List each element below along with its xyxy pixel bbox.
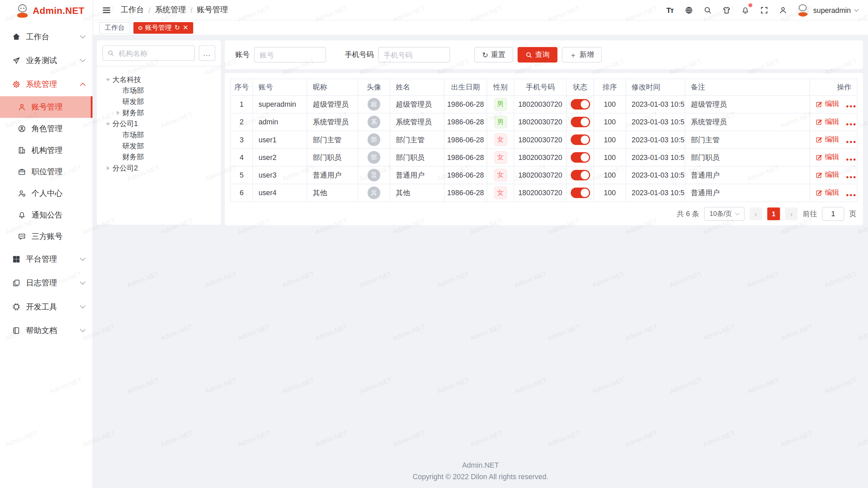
sidebar-item-平台管理[interactable]: 平台管理 <box>0 247 93 271</box>
sidebar-item-账号管理[interactable]: 账号管理 <box>0 96 93 118</box>
edit-button[interactable]: 编辑 <box>815 152 839 162</box>
position-icon <box>17 167 26 176</box>
topbar-actions: Tтsuperadmin <box>665 4 858 17</box>
column-header-排序: 排序 <box>594 79 626 96</box>
table-row: 3user1部门主管部部门主管1986-06-28女18020030720100… <box>231 131 857 148</box>
status-toggle[interactable] <box>570 117 590 127</box>
caret-expanded-icon[interactable] <box>106 123 110 125</box>
tree-node-市场部[interactable]: 市场部 <box>103 85 217 96</box>
user-menu[interactable]: superadmin <box>796 4 858 17</box>
gender-badge: 女 <box>494 151 507 164</box>
row-more-button[interactable]: ●●● <box>846 103 857 109</box>
table-row: 1superadmin超级管理员超超级管理员1986-06-28男1802003… <box>231 96 857 113</box>
page-unit-label: 页 <box>849 209 856 219</box>
edit-button[interactable]: 编辑 <box>815 117 839 127</box>
query-button[interactable]: 查询 <box>517 47 557 63</box>
sidebar-item-系统管理[interactable]: 系统管理 <box>0 73 93 96</box>
app-root: Admin.NET 工作台业务测试系统管理账号管理角色管理机构管理职位管理个人中… <box>0 0 868 488</box>
reset-button[interactable]: ↻ 重置 <box>474 47 513 63</box>
tab-refresh-icon[interactable]: ↻ <box>174 24 180 31</box>
tab-工作台[interactable]: 工作台 <box>99 22 130 33</box>
caret-collapsed-icon[interactable] <box>117 111 119 115</box>
footer: Admin.NET Copyright © 2022 Dilon All rig… <box>93 460 868 488</box>
chat-icon <box>17 232 26 241</box>
status-toggle[interactable] <box>570 152 590 163</box>
sidebar-item-工作台[interactable]: 工作台 <box>0 25 93 48</box>
sidebar-item-机构管理[interactable]: 机构管理 <box>0 139 93 161</box>
row-more-button[interactable]: ●●● <box>846 174 857 180</box>
add-button[interactable]: ＋ 新增 <box>562 47 602 63</box>
goto-page-input[interactable] <box>822 207 844 221</box>
sidebar-item-三方账号[interactable]: 三方账号 <box>0 226 93 247</box>
edit-button[interactable]: 编辑 <box>815 170 839 180</box>
tree-node-财务部[interactable]: 财务部 <box>103 151 217 163</box>
notification-badge <box>748 3 752 7</box>
collapse-menu-icon[interactable] <box>102 5 111 15</box>
status-toggle[interactable] <box>570 170 590 180</box>
table-row: 2admin系统管理员系系统管理员1986-06-28男180200307201… <box>231 113 857 131</box>
current-page[interactable]: 1 <box>767 207 780 220</box>
edit-button[interactable]: 编辑 <box>815 135 839 144</box>
sidebar-item-个人中心[interactable]: 个人中心 <box>0 183 93 204</box>
edit-button[interactable]: 编辑 <box>815 188 839 198</box>
breadcrumb-separator: / <box>190 5 192 14</box>
row-more-button[interactable]: ●●● <box>846 139 857 144</box>
tree-node-研发部[interactable]: 研发部 <box>103 96 217 107</box>
org-more-button[interactable]: ... <box>199 45 215 61</box>
fullscreen-icon[interactable] <box>759 5 769 15</box>
sidebar-item-通知公告[interactable]: 通知公告 <box>0 204 93 226</box>
theme-icon[interactable] <box>721 5 731 15</box>
sidebar-item-日志管理[interactable]: 日志管理 <box>0 271 93 295</box>
caret-collapsed-icon[interactable] <box>106 166 109 170</box>
tree-node-研发部[interactable]: 研发部 <box>103 141 217 152</box>
gender-badge: 女 <box>494 186 507 199</box>
sidebar-item-帮助文档[interactable]: 帮助文档 <box>0 319 93 342</box>
refresh-icon: ↻ <box>482 51 488 58</box>
logo: Admin.NET <box>0 0 93 22</box>
edit-button[interactable]: 编辑 <box>815 99 839 109</box>
font-size-icon[interactable]: Tт <box>665 5 675 15</box>
sidebar-item-职位管理[interactable]: 职位管理 <box>0 161 93 183</box>
tab-账号管理[interactable]: 账号管理↻✕ <box>133 22 193 33</box>
sidebar: Admin.NET 工作台业务测试系统管理账号管理角色管理机构管理职位管理个人中… <box>0 0 93 488</box>
tree-node-分公司2[interactable]: 分公司2 <box>103 163 217 174</box>
chevron-down-icon <box>80 327 85 332</box>
row-more-button[interactable]: ●●● <box>846 157 857 162</box>
status-toggle[interactable] <box>570 135 590 145</box>
sidebar-item-角色管理[interactable]: 角色管理 <box>0 118 93 140</box>
breadcrumb-item[interactable]: 系统管理 <box>155 5 186 15</box>
column-header-备注: 备注 <box>685 79 809 96</box>
profile-icon[interactable] <box>778 5 788 15</box>
tree-node-大名科技[interactable]: 大名科技 <box>103 74 217 85</box>
org-search-input[interactable] <box>118 48 190 58</box>
gender-badge: 女 <box>494 133 507 146</box>
chevron-down-icon <box>80 256 85 261</box>
pagination-total: 共 6 条 <box>677 209 699 219</box>
caret-expanded-icon[interactable] <box>106 78 110 81</box>
sidebar-item-开发工具[interactable]: 开发工具 <box>0 295 93 319</box>
language-icon[interactable] <box>684 5 693 15</box>
breadcrumb-item[interactable]: 工作台 <box>121 5 144 15</box>
status-toggle[interactable] <box>570 187 590 198</box>
column-header-头像: 头像 <box>358 79 390 96</box>
tree-node-分公司1[interactable]: 分公司1 <box>103 118 217 129</box>
column-header-状态: 状态 <box>567 79 594 96</box>
search-toolbar: 账号 手机号码 ↻ 重置 <box>225 40 863 69</box>
tree-node-市场部[interactable]: 市场部 <box>103 129 217 141</box>
topbar: 工作台/系统管理/账号管理 Tтsuperadmin <box>93 0 868 20</box>
account-input[interactable] <box>254 47 326 63</box>
next-page-button[interactable]: › <box>785 207 798 220</box>
page-size-select[interactable]: 10条/页 <box>704 207 745 221</box>
tree-node-财务部[interactable]: 财务部 <box>103 107 217 119</box>
sidebar-item-业务测试[interactable]: 业务测试 <box>0 49 93 73</box>
breadcrumb-item[interactable]: 账号管理 <box>197 5 228 15</box>
search-icon[interactable] <box>703 5 712 15</box>
status-toggle[interactable] <box>570 99 590 109</box>
row-more-button[interactable]: ●●● <box>846 121 857 126</box>
phone-input[interactable] <box>378 47 450 63</box>
prev-page-button[interactable]: ‹ <box>750 207 763 220</box>
chevron-down-icon <box>80 279 85 285</box>
notification-icon[interactable] <box>740 5 750 15</box>
tab-close-icon[interactable]: ✕ <box>183 24 188 31</box>
row-more-button[interactable]: ●●● <box>846 192 857 197</box>
